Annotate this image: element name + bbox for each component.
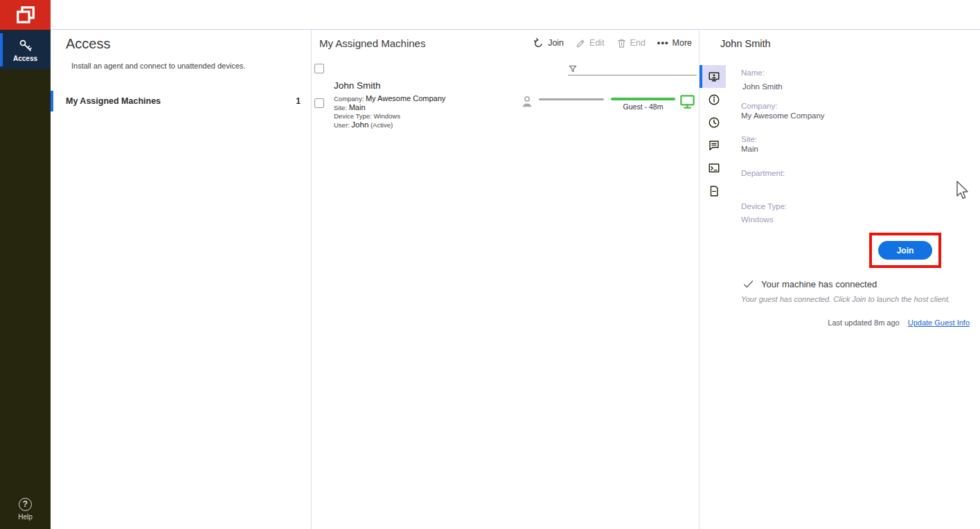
host-person-icon <box>519 94 535 109</box>
clock-icon <box>708 116 720 129</box>
machine-device: Windows <box>373 112 400 120</box>
machine-site-line: Site: Main <box>334 103 366 111</box>
detail-footer: Last updated 8m ago Update Guest Info <box>828 319 970 327</box>
connection-status: Your machine has connected <box>742 278 877 290</box>
edit-toolbar-button[interactable]: Edit <box>576 38 605 48</box>
group-count-badge: 1 <box>296 96 301 106</box>
sidebar: Access ? Help <box>0 30 51 529</box>
filter-bar <box>568 60 697 75</box>
join-toolbar-button[interactable]: Join <box>533 37 564 48</box>
company-field-value: My Awesome Company <box>741 111 825 120</box>
help-icon: ? <box>19 498 32 511</box>
site-field-value: Main <box>741 145 758 153</box>
tab-timeline[interactable] <box>700 111 726 134</box>
tab-messages[interactable] <box>700 134 726 156</box>
more-label: More <box>672 38 692 48</box>
sidebar-item-label: Access <box>13 55 37 62</box>
join-label: Join <box>548 38 564 48</box>
more-toolbar-button[interactable]: ••• More <box>657 38 692 48</box>
info-icon <box>708 93 720 106</box>
key-icon <box>18 38 33 53</box>
monitor-user-icon <box>708 71 720 83</box>
document-icon <box>708 185 720 197</box>
machine-user: John <box>351 120 368 129</box>
tab-notes[interactable] <box>700 179 726 202</box>
update-guest-info-link[interactable]: Update Guest Info <box>908 319 970 327</box>
page-subtitle: Install an agent and connect to unattend… <box>71 62 245 70</box>
department-field-label: Department: <box>741 169 785 177</box>
red-highlight-annotation: Join <box>869 233 941 268</box>
machine-device-line: Device Type: Windows <box>334 112 400 120</box>
ellipsis-icon: ••• <box>657 39 669 46</box>
checkmark-icon <box>742 278 754 290</box>
row-checkbox[interactable] <box>314 98 324 108</box>
device-type-field-value: Windows <box>741 215 774 224</box>
tab-start[interactable] <box>700 65 726 88</box>
select-all-checkbox[interactable] <box>314 64 324 73</box>
session-detail-panel: John Smith <box>700 30 980 529</box>
machine-site: Main <box>349 103 366 111</box>
guest-timeline-segment <box>611 98 675 100</box>
machines-toolbar: Join Edit End ••• More <box>533 37 692 48</box>
machines-panel-title: My Assigned Machines <box>319 37 425 49</box>
machine-name: John Smith <box>334 80 381 91</box>
machine-company: My Awesome Company <box>366 94 445 102</box>
app-window: Access ? Help Access Install an agent an… <box>0 0 980 529</box>
brand-logo[interactable] <box>0 0 51 30</box>
page-title: Access <box>66 36 110 52</box>
overlapping-squares-icon <box>15 5 36 26</box>
status-description: Your guest has connected. Click Join to … <box>741 295 950 303</box>
chat-bubble-icon <box>708 139 720 152</box>
filter-input[interactable] <box>580 65 691 75</box>
access-panel: Access Install an agent and connect to u… <box>51 30 312 529</box>
detail-tab-strip <box>700 65 727 202</box>
machines-panel: My Assigned Machines Join Edit End <box>312 30 700 529</box>
session-title: John Smith <box>720 38 771 49</box>
machine-user-state: (Active) <box>371 121 393 129</box>
selected-accent-bar <box>51 91 53 111</box>
group-label: My Assigned Machines <box>66 96 161 106</box>
guest-monitor-icon <box>679 93 695 109</box>
terminal-icon <box>708 162 720 174</box>
mouse-cursor <box>956 181 971 201</box>
machine-user-line: User: John (Active) <box>334 120 393 129</box>
device-type-field-label: Device Type: <box>741 202 787 210</box>
pencil-icon <box>576 38 586 48</box>
name-field-value: John Smith <box>742 82 783 91</box>
end-label: End <box>630 38 645 48</box>
host-timeline-segment <box>539 98 604 100</box>
join-session-button[interactable]: Join <box>878 241 932 260</box>
name-field-label: Name: <box>741 69 765 77</box>
last-updated-text: Last updated 8m ago <box>828 319 899 327</box>
edit-label: Edit <box>589 38 605 48</box>
machine-group-my-assigned[interactable]: My Assigned Machines 1 <box>51 91 312 111</box>
trash-icon <box>616 38 627 48</box>
guest-session-badge: Guest - 48m <box>611 102 675 111</box>
top-bar <box>0 0 980 30</box>
help-label: Help <box>18 513 33 521</box>
sidebar-item-help[interactable]: ? Help <box>0 498 51 521</box>
site-field-label: Site: <box>741 135 757 143</box>
company-field-label: Company: <box>741 102 777 110</box>
tab-commands[interactable] <box>700 156 726 179</box>
filter-funnel-icon <box>568 64 578 75</box>
end-toolbar-button[interactable]: End <box>616 38 645 48</box>
sidebar-item-access[interactable]: Access <box>0 30 51 69</box>
selected-accent-bar <box>0 33 3 66</box>
machine-company-line: Company: My Awesome Company <box>334 94 445 102</box>
plug-icon <box>533 37 544 48</box>
machine-row[interactable]: John Smith Company: My Awesome Company S… <box>312 80 700 129</box>
status-title: Your machine has connected <box>761 279 877 289</box>
tab-info[interactable] <box>700 88 726 111</box>
